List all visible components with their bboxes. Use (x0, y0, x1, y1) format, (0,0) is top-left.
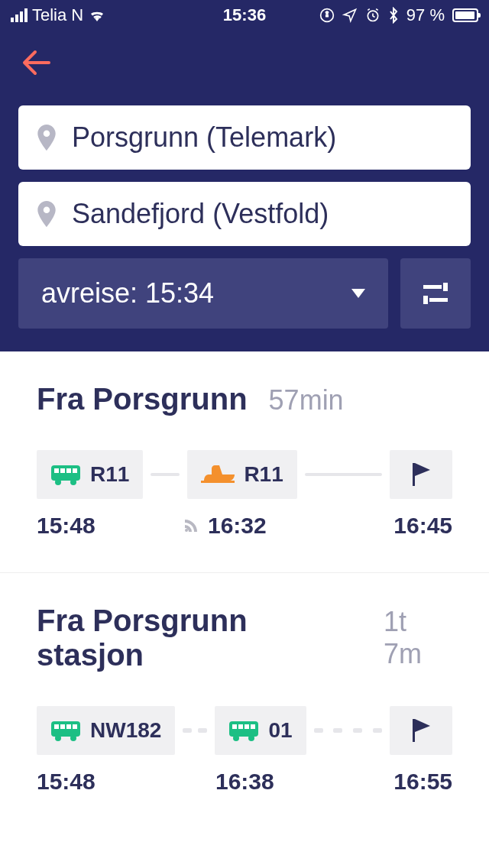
svg-rect-4 (443, 283, 448, 291)
bus-icon (50, 464, 81, 485)
connector (306, 728, 390, 733)
segment-chip: R11 (37, 450, 143, 499)
start-time: 15:48 (37, 769, 215, 795)
connector (297, 473, 390, 476)
status-bar: Telia N 15:36 97 % (0, 0, 489, 31)
to-input[interactable]: Sandefjord (Vestfold) (18, 182, 471, 246)
connector (143, 473, 187, 476)
signal-icon (11, 8, 28, 22)
chevron-down-icon (351, 289, 365, 298)
svg-point-9 (70, 479, 76, 485)
end-time: 16:55 (393, 769, 452, 795)
svg-point-17 (70, 735, 76, 741)
svg-rect-14 (201, 481, 235, 483)
svg-rect-18 (54, 724, 59, 729)
back-button[interactable] (18, 44, 471, 98)
battery-icon (452, 8, 478, 22)
svg-rect-26 (238, 724, 243, 729)
flag-icon (411, 463, 431, 486)
card-title: Fra Porsgrunn stasjon (37, 604, 362, 672)
mid-time: 16:32 (182, 513, 267, 539)
segment-chip: NW182 (37, 706, 175, 755)
from-text: Porsgrunn (Telemark) (72, 121, 336, 154)
card-title: Fra Porsgrunn (37, 382, 248, 416)
end-time: 16:45 (393, 513, 452, 539)
card-header: Fra Porsgrunn 57min (37, 382, 452, 416)
svg-point-24 (248, 735, 254, 741)
segments-row: NW182 01 (37, 706, 452, 755)
mid-time: 16:38 (215, 769, 274, 795)
svg-rect-5 (429, 298, 448, 302)
location-arrow-icon (342, 8, 358, 23)
bluetooth-icon (388, 7, 399, 24)
alarm-icon (365, 8, 381, 23)
svg-rect-19 (60, 724, 65, 729)
svg-rect-6 (423, 296, 428, 304)
result-card[interactable]: Fra Porsgrunn 57min R11 R11 15:48 (0, 351, 489, 572)
destination-chip (390, 706, 452, 755)
segments-row: R11 R11 (37, 450, 452, 499)
results-list: Fra Porsgrunn 57min R11 R11 15:48 (0, 351, 489, 828)
options-button[interactable] (400, 258, 471, 329)
status-right: 97 % (266, 5, 478, 25)
card-duration: 57min (269, 384, 344, 416)
pin-icon (37, 201, 57, 227)
svg-rect-13 (73, 468, 77, 473)
controls-row: avreise: 15:34 (18, 258, 471, 329)
bus-icon (228, 720, 259, 741)
svg-rect-10 (54, 468, 59, 473)
route-label: NW182 (90, 718, 161, 743)
sliders-icon (422, 281, 449, 306)
carrier-label: Telia N (32, 5, 83, 25)
battery-pct: 97 % (406, 5, 445, 25)
svg-rect-1 (325, 15, 329, 17)
connector (175, 728, 215, 733)
svg-rect-12 (66, 468, 71, 473)
status-left: Telia N (11, 5, 223, 25)
rss-icon (182, 517, 200, 535)
svg-rect-3 (423, 285, 442, 289)
rotation-lock-icon (319, 8, 335, 23)
card-header: Fra Porsgrunn stasjon 1t 7m (37, 604, 452, 672)
segment-chip: R11 (187, 450, 296, 499)
bus-icon (50, 720, 81, 741)
svg-rect-27 (244, 724, 249, 729)
train-icon (201, 464, 235, 485)
svg-rect-28 (251, 724, 255, 729)
route-label: R11 (90, 462, 129, 487)
route-label: 01 (268, 718, 292, 743)
segment-chip: 01 (215, 706, 306, 755)
svg-rect-11 (60, 468, 65, 473)
card-duration: 1t 7m (384, 606, 452, 670)
arrow-left-icon (21, 49, 52, 76)
status-time: 15:36 (223, 5, 266, 25)
from-input[interactable]: Porsgrunn (Telemark) (18, 105, 471, 170)
svg-rect-20 (66, 724, 71, 729)
times-row: 15:48 16:32 16:45 (37, 513, 452, 539)
route-label: R11 (244, 462, 283, 487)
departure-time-select[interactable]: avreise: 15:34 (18, 258, 388, 329)
start-time: 15:48 (37, 513, 182, 539)
destination-chip (390, 450, 452, 499)
to-text: Sandefjord (Vestfold) (72, 198, 329, 230)
result-card[interactable]: Fra Porsgrunn stasjon 1t 7m NW182 01 15:… (0, 572, 489, 828)
departure-label: avreise: 15:34 (41, 277, 214, 309)
svg-point-8 (55, 479, 61, 485)
pin-icon (37, 125, 57, 151)
times-row: 15:48 16:38 16:55 (37, 769, 452, 795)
svg-point-23 (233, 735, 239, 741)
wifi-icon (88, 8, 106, 22)
svg-rect-25 (232, 724, 237, 729)
svg-point-16 (55, 735, 61, 741)
svg-rect-21 (73, 724, 77, 729)
flag-icon (411, 719, 431, 742)
search-header: Porsgrunn (Telemark) Sandefjord (Vestfol… (0, 31, 489, 351)
